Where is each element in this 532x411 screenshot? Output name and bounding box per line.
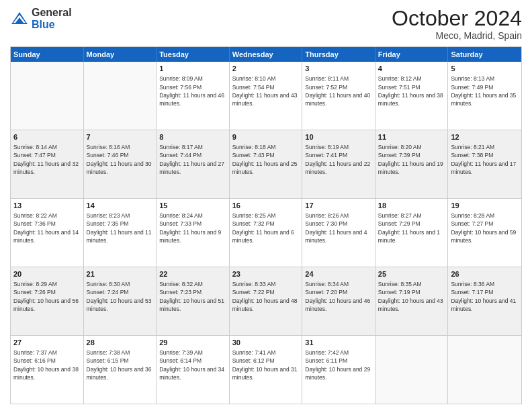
page: General Blue October 2024 Meco, Madrid, …: [0, 0, 532, 411]
day-number: 4: [378, 64, 445, 74]
cell-text: Sunrise: 8:32 AM Sunset: 7:23 PM Dayligh…: [159, 281, 224, 312]
day-number: 29: [159, 338, 226, 348]
cell-text: Sunrise: 8:17 AM Sunset: 7:44 PM Dayligh…: [159, 144, 224, 175]
cell-text: Sunrise: 8:09 AM Sunset: 7:56 PM Dayligh…: [159, 75, 224, 107]
logo: General Blue: [10, 7, 72, 30]
cell-text: Sunrise: 7:37 AM Sunset: 6:16 PM Dayligh…: [13, 349, 79, 381]
calendar-cell: 16Sunrise: 8:25 AM Sunset: 7:32 PM Dayli…: [230, 199, 303, 267]
calendar-row-5: 27Sunrise: 7:37 AM Sunset: 6:16 PM Dayli…: [11, 335, 521, 404]
cell-text: Sunrise: 7:41 AM Sunset: 6:12 PM Dayligh…: [232, 349, 298, 381]
cell-text: Sunrise: 8:34 AM Sunset: 7:20 PM Dayligh…: [305, 281, 370, 312]
cell-text: Sunrise: 8:36 AM Sunset: 7:17 PM Dayligh…: [451, 281, 516, 312]
calendar-cell: [375, 336, 449, 404]
day-number: 14: [87, 201, 154, 211]
calendar-cell: 26Sunrise: 8:36 AM Sunset: 7:17 PM Dayli…: [448, 267, 521, 335]
day-number: 3: [305, 64, 372, 74]
cell-text: Sunrise: 8:22 AM Sunset: 7:36 PM Dayligh…: [13, 212, 79, 244]
calendar-cell: 8Sunrise: 8:17 AM Sunset: 7:44 PM Daylig…: [157, 130, 230, 198]
cell-text: Sunrise: 8:16 AM Sunset: 7:46 PM Dayligh…: [87, 144, 152, 175]
calendar-cell: 11Sunrise: 8:20 AM Sunset: 7:39 PM Dayli…: [375, 130, 449, 198]
cell-text: Sunrise: 8:10 AM Sunset: 7:54 PM Dayligh…: [232, 75, 298, 107]
calendar-header: SundayMondayTuesdayWednesdayThursdayFrid…: [11, 47, 521, 62]
calendar-cell: 6Sunrise: 8:14 AM Sunset: 7:47 PM Daylig…: [11, 130, 84, 198]
cell-text: Sunrise: 8:23 AM Sunset: 7:35 PM Dayligh…: [87, 212, 152, 244]
calendar-row-2: 6Sunrise: 8:14 AM Sunset: 7:47 PM Daylig…: [11, 130, 521, 198]
day-number: 1: [159, 64, 226, 74]
calendar-cell: 13Sunrise: 8:22 AM Sunset: 7:36 PM Dayli…: [11, 199, 84, 267]
calendar-cell: 18Sunrise: 8:27 AM Sunset: 7:29 PM Dayli…: [375, 199, 449, 267]
cell-text: Sunrise: 8:12 AM Sunset: 7:51 PM Dayligh…: [378, 75, 443, 107]
calendar-row-1: 1Sunrise: 8:09 AM Sunset: 7:56 PM Daylig…: [11, 62, 521, 130]
day-number: 25: [378, 269, 445, 279]
cell-text: Sunrise: 8:18 AM Sunset: 7:43 PM Dayligh…: [232, 144, 298, 175]
calendar-cell: 25Sunrise: 8:35 AM Sunset: 7:19 PM Dayli…: [375, 267, 449, 335]
calendar-cell: 28Sunrise: 7:38 AM Sunset: 6:15 PM Dayli…: [84, 336, 157, 404]
day-number: 8: [159, 132, 226, 142]
calendar-body: 1Sunrise: 8:09 AM Sunset: 7:56 PM Daylig…: [11, 62, 521, 404]
title-block: October 2024 Meco, Madrid, Spain: [392, 7, 522, 41]
calendar-cell: 14Sunrise: 8:23 AM Sunset: 7:35 PM Dayli…: [84, 199, 157, 267]
weekday-header-wednesday: Wednesday: [230, 47, 303, 62]
month-title: October 2024: [392, 7, 522, 30]
calendar-cell: 1Sunrise: 8:09 AM Sunset: 7:56 PM Daylig…: [157, 62, 230, 130]
cell-text: Sunrise: 8:20 AM Sunset: 7:39 PM Dayligh…: [378, 144, 443, 175]
day-number: 6: [13, 132, 81, 142]
day-number: 13: [13, 201, 81, 211]
calendar-row-3: 13Sunrise: 8:22 AM Sunset: 7:36 PM Dayli…: [11, 198, 521, 267]
calendar-cell: 24Sunrise: 8:34 AM Sunset: 7:20 PM Dayli…: [302, 267, 375, 335]
weekday-header-thursday: Thursday: [302, 47, 375, 62]
day-number: 12: [451, 132, 519, 142]
day-number: 31: [305, 338, 372, 348]
calendar-cell: 15Sunrise: 8:24 AM Sunset: 7:33 PM Dayli…: [157, 199, 230, 267]
cell-text: Sunrise: 7:39 AM Sunset: 6:14 PM Dayligh…: [159, 349, 224, 381]
cell-text: Sunrise: 8:27 AM Sunset: 7:29 PM Dayligh…: [378, 212, 440, 244]
logo-icon: [10, 9, 29, 28]
cell-text: Sunrise: 8:14 AM Sunset: 7:47 PM Dayligh…: [13, 144, 79, 175]
calendar-cell: 27Sunrise: 7:37 AM Sunset: 6:16 PM Dayli…: [11, 336, 84, 404]
calendar-row-4: 20Sunrise: 8:29 AM Sunset: 7:26 PM Dayli…: [11, 267, 521, 335]
day-number: 22: [159, 269, 226, 279]
cell-text: Sunrise: 8:30 AM Sunset: 7:24 PM Dayligh…: [87, 281, 152, 312]
calendar-cell: 3Sunrise: 8:11 AM Sunset: 7:52 PM Daylig…: [302, 62, 375, 130]
cell-text: Sunrise: 8:24 AM Sunset: 7:33 PM Dayligh…: [159, 212, 221, 244]
cell-text: Sunrise: 8:19 AM Sunset: 7:41 PM Dayligh…: [305, 144, 370, 175]
cell-text: Sunrise: 8:28 AM Sunset: 7:27 PM Dayligh…: [451, 212, 516, 244]
cell-text: Sunrise: 7:42 AM Sunset: 6:11 PM Dayligh…: [305, 349, 370, 381]
calendar-cell: 10Sunrise: 8:19 AM Sunset: 7:41 PM Dayli…: [302, 130, 375, 198]
calendar-cell: 21Sunrise: 8:30 AM Sunset: 7:24 PM Dayli…: [84, 267, 157, 335]
day-number: 15: [159, 201, 226, 211]
calendar-cell: 30Sunrise: 7:41 AM Sunset: 6:12 PM Dayli…: [230, 336, 303, 404]
calendar-cell: 17Sunrise: 8:26 AM Sunset: 7:30 PM Dayli…: [302, 199, 375, 267]
cell-text: Sunrise: 8:25 AM Sunset: 7:32 PM Dayligh…: [232, 212, 294, 244]
weekday-header-tuesday: Tuesday: [157, 47, 230, 62]
cell-text: Sunrise: 7:38 AM Sunset: 6:15 PM Dayligh…: [87, 349, 152, 381]
logo-blue-text: Blue: [32, 19, 55, 30]
calendar-cell: [11, 62, 84, 130]
day-number: 2: [232, 64, 300, 74]
day-number: 5: [451, 64, 519, 74]
calendar-cell: 9Sunrise: 8:18 AM Sunset: 7:43 PM Daylig…: [230, 130, 303, 198]
calendar-cell: 22Sunrise: 8:32 AM Sunset: 7:23 PM Dayli…: [157, 267, 230, 335]
calendar-cell: [448, 336, 521, 404]
calendar: SundayMondayTuesdayWednesdayThursdayFrid…: [10, 46, 522, 404]
calendar-cell: 2Sunrise: 8:10 AM Sunset: 7:54 PM Daylig…: [230, 62, 303, 130]
weekday-header-sunday: Sunday: [11, 47, 84, 62]
weekday-header-friday: Friday: [375, 47, 449, 62]
calendar-cell: 23Sunrise: 8:33 AM Sunset: 7:22 PM Dayli…: [230, 267, 303, 335]
cell-text: Sunrise: 8:35 AM Sunset: 7:19 PM Dayligh…: [378, 281, 443, 312]
day-number: 20: [13, 269, 81, 279]
day-number: 10: [305, 132, 372, 142]
calendar-cell: 4Sunrise: 8:12 AM Sunset: 7:51 PM Daylig…: [375, 62, 449, 130]
calendar-cell: 20Sunrise: 8:29 AM Sunset: 7:26 PM Dayli…: [11, 267, 84, 335]
day-number: 24: [305, 269, 372, 279]
cell-text: Sunrise: 8:21 AM Sunset: 7:38 PM Dayligh…: [451, 144, 516, 175]
day-number: 26: [451, 269, 519, 279]
day-number: 19: [451, 201, 519, 211]
cell-text: Sunrise: 8:29 AM Sunset: 7:26 PM Dayligh…: [13, 281, 79, 312]
logo-general-text: General: [32, 7, 72, 18]
cell-text: Sunrise: 8:13 AM Sunset: 7:49 PM Dayligh…: [451, 75, 516, 107]
day-number: 7: [87, 132, 154, 142]
day-number: 9: [232, 132, 300, 142]
calendar-cell: 19Sunrise: 8:28 AM Sunset: 7:27 PM Dayli…: [448, 199, 521, 267]
day-number: 17: [305, 201, 372, 211]
